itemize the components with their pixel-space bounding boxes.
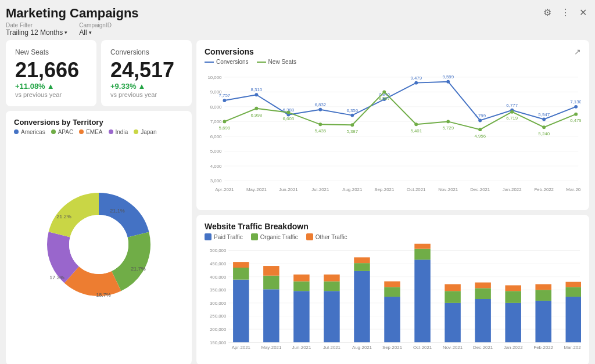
americas-dot (14, 129, 19, 134)
svg-point-32 (350, 114, 354, 117)
svg-point-35 (446, 80, 450, 84)
svg-text:5,435: 5,435 (314, 128, 326, 134)
svg-text:Oct-2021: Oct-2021 (413, 345, 432, 350)
paid-legend: Paid Traffic (205, 233, 243, 240)
bar-organic-dec (475, 288, 490, 299)
svg-point-62 (542, 125, 546, 129)
svg-text:400,000: 400,000 (210, 275, 227, 280)
svg-text:May-2021: May-2021 (246, 187, 267, 192)
traffic-card: Website Traffic Breakdown Paid Traffic O… (196, 215, 589, 364)
bar-paid-nov (445, 303, 460, 343)
svg-text:350,000: 350,000 (210, 287, 227, 293)
other-legend: Other Traffic (306, 233, 347, 240)
date-filter[interactable]: Date Filter Trailing 12 Months ▾ (6, 22, 67, 37)
new-seats-title: New Seats (15, 48, 87, 56)
bar-organic-oct (414, 249, 430, 260)
territory-title: Conversions by Territory (14, 118, 184, 127)
svg-point-34 (414, 81, 418, 85)
svg-point-31 (318, 108, 322, 111)
traffic-title: Website Traffic Breakdown (205, 222, 581, 231)
legend-americas: Americas (14, 129, 45, 135)
organic-icon (251, 233, 258, 240)
conversions-chart-title: Conversions (205, 47, 254, 56)
svg-point-59 (446, 120, 450, 123)
campaign-filter-value[interactable]: All ▾ (79, 28, 112, 37)
conversions-change: +9.33% ▲ (110, 82, 182, 91)
conversions-line-legend: Conversions (205, 59, 249, 65)
bar-other-jan (505, 285, 521, 291)
svg-text:Jun-2021: Jun-2021 (279, 187, 298, 192)
traffic-legend: Paid Traffic Organic Traffic Other Traff… (205, 233, 581, 240)
svg-text:Aug-2021: Aug-2021 (342, 187, 362, 192)
svg-text:7,000: 7,000 (210, 119, 222, 124)
conversions-title: Conversions (110, 48, 182, 56)
svg-text:200,000: 200,000 (210, 327, 227, 332)
bar-organic-aug (354, 263, 370, 271)
settings-button[interactable]: ⚙ (541, 6, 554, 19)
svg-text:450,000: 450,000 (210, 261, 227, 266)
bar-other-apr (233, 262, 249, 268)
campaign-filter[interactable]: CampaignID All ▾ (79, 22, 112, 37)
svg-text:6,998: 6,998 (251, 113, 263, 118)
svg-text:Nov-2021: Nov-2021 (443, 345, 463, 350)
bar-paid-dec (475, 299, 490, 343)
header-left: Marketing Campaigns Date Filter Trailing… (6, 6, 139, 37)
donut-chart: 21.1% 21.7% 18.7% 17.3% 21.2% (35, 186, 163, 302)
emea-dot (79, 129, 84, 134)
bar-organic-jul (324, 282, 339, 291)
svg-text:6,832: 6,832 (314, 102, 326, 107)
territory-card: Conversions by Territory Americas APAC E… (6, 111, 192, 364)
svg-text:Sep-2021: Sep-2021 (382, 345, 402, 350)
bar-other-feb (535, 284, 551, 290)
bar-other-mar (565, 282, 581, 287)
bar-paid-sep (384, 297, 400, 343)
bar-organic-jan (505, 291, 521, 303)
expand-icon[interactable]: ↗ (574, 47, 581, 56)
apac-pct-label: 21.7% (131, 266, 146, 272)
emea-pct-label: 18.7% (96, 292, 111, 298)
svg-text:Apr-2021: Apr-2021 (215, 187, 234, 192)
svg-text:6,000: 6,000 (210, 134, 222, 139)
bar-paid-jun (293, 291, 309, 342)
bar-organic-feb (535, 290, 551, 301)
india-dot (109, 129, 113, 134)
svg-text:Feb-2022: Feb-2022 (533, 345, 553, 350)
new-seats-line (224, 92, 576, 129)
svg-text:6,719: 6,719 (506, 116, 518, 121)
conversions-vs: vs previous year (110, 91, 182, 98)
dashboard: Marketing Campaigns Date Filter Trailing… (0, 0, 595, 364)
trend-up-icon: ▲ (47, 82, 55, 91)
svg-point-38 (542, 118, 546, 121)
conversions-chart-header: Conversions ↗ (205, 47, 581, 56)
more-button[interactable]: ⋮ (558, 6, 572, 19)
svg-text:250,000: 250,000 (210, 313, 227, 319)
new-seats-vs: vs previous year (15, 91, 87, 98)
svg-text:Jul-2021: Jul-2021 (323, 345, 340, 350)
conversions-line-dot (205, 62, 214, 63)
svg-text:6,777: 6,777 (506, 103, 518, 108)
svg-text:500,000: 500,000 (210, 248, 227, 254)
svg-point-39 (574, 105, 578, 109)
conversions-chart-card: Conversions ↗ Conversions New Seats (196, 40, 589, 210)
svg-text:Jan-2022: Jan-2022 (504, 345, 523, 350)
svg-text:Feb-2022: Feb-2022 (534, 187, 554, 192)
new-seats-line-legend: New Seats (257, 59, 296, 65)
donut-hole (69, 215, 128, 274)
svg-text:5,401: 5,401 (410, 128, 422, 134)
svg-point-57 (382, 90, 386, 93)
svg-text:Jan-2022: Jan-2022 (503, 187, 522, 192)
page-title: Marketing Campaigns (6, 6, 139, 21)
close-button[interactable]: ✕ (577, 6, 589, 19)
conversions-card: Conversions 24,517 +9.33% ▲ vs previous … (101, 40, 192, 106)
svg-text:Dec-2021: Dec-2021 (473, 345, 493, 350)
bar-paid-feb (535, 301, 551, 343)
svg-text:Jun-2021: Jun-2021 (292, 345, 311, 350)
bar-other-sep (384, 282, 400, 287)
new-seats-value: 21,666 (15, 59, 87, 82)
date-filter-value[interactable]: Trailing 12 Months ▾ (6, 28, 67, 37)
svg-point-52 (223, 120, 226, 123)
traffic-bar-chart: 500,000 450,000 400,000 350,000 300,000 … (205, 243, 581, 356)
japan-dot (134, 129, 138, 134)
svg-text:5,799: 5,799 (474, 113, 486, 118)
svg-text:9,479: 9,479 (410, 75, 422, 81)
